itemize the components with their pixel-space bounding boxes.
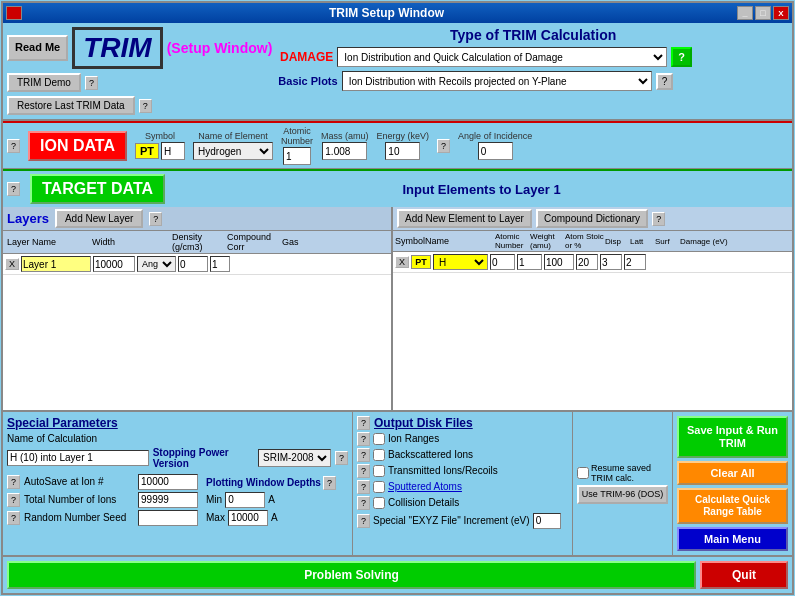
- compound-dict-help-btn[interactable]: ?: [652, 212, 665, 226]
- angle-input[interactable]: [478, 142, 513, 160]
- srim-version-select[interactable]: SRIM-2008: [258, 449, 331, 467]
- trim-demo-button[interactable]: TRIM Demo: [7, 73, 81, 92]
- name-of-calc-input[interactable]: [7, 450, 149, 466]
- plotting-help-btn[interactable]: ?: [323, 476, 336, 490]
- backscattered-help-btn[interactable]: ?: [357, 448, 370, 462]
- elem-surf-input[interactable]: [624, 254, 646, 270]
- minimize-btn[interactable]: _: [737, 6, 753, 20]
- col-width: Width: [92, 237, 172, 247]
- target-data-help-btn[interactable]: ?: [7, 182, 20, 196]
- ion-ranges-help-btn[interactable]: ?: [357, 432, 370, 446]
- close-btn[interactable]: X: [773, 6, 789, 20]
- elem-disp-input[interactable]: [576, 254, 598, 270]
- element-pt-badge: PT: [135, 143, 159, 159]
- trim-demo-help-btn[interactable]: ?: [85, 76, 98, 90]
- element-name-dropdown[interactable]: Hydrogen: [193, 142, 273, 160]
- exyz-input[interactable]: [533, 513, 561, 529]
- quit-button[interactable]: Quit: [700, 561, 788, 589]
- ion-ranges-checkbox[interactable]: [373, 433, 385, 445]
- autosave-input[interactable]: [138, 474, 198, 490]
- maximize-btn[interactable]: □: [755, 6, 771, 20]
- srim-help-btn[interactable]: ?: [335, 451, 348, 465]
- elem-atomic-input[interactable]: [490, 254, 515, 270]
- damage-dropdown[interactable]: Ion Distribution and Quick Calculation o…: [337, 47, 667, 67]
- collision-checkbox[interactable]: [373, 497, 385, 509]
- exyz-help-btn[interactable]: ?: [357, 514, 370, 528]
- use-trim96-button[interactable]: Use TRIM-96 (DOS): [577, 485, 668, 504]
- elem-symbol-dropdown[interactable]: H: [433, 254, 488, 270]
- element-remove-btn[interactable]: X: [395, 256, 409, 268]
- total-ions-label: Total Number of Ions: [24, 494, 134, 505]
- elem-col-symbol: Symbol: [395, 236, 425, 246]
- random-seed-label: Random Number Seed: [24, 512, 134, 523]
- window-icon: [6, 6, 22, 20]
- resume-checkbox[interactable]: [577, 467, 589, 479]
- element-symbol-input[interactable]: [161, 142, 185, 160]
- ion-data-section: ? ION DATA Symbol PT Name of Element Hyd…: [3, 123, 792, 169]
- compound-dictionary-button[interactable]: Compound Dictionary: [536, 209, 648, 228]
- bottom-section: Special Parameters Name of Calculation S…: [3, 410, 792, 555]
- plot-min-input[interactable]: [225, 492, 265, 508]
- layer-width-input[interactable]: [93, 256, 135, 272]
- special-params-title: Special Parameters: [7, 416, 348, 430]
- layer-density-input[interactable]: [178, 256, 208, 272]
- top-section: Read Me TRIM (Setup Window) TRIM Demo ? …: [3, 23, 792, 121]
- random-seed-input[interactable]: [138, 510, 198, 526]
- elem-latt-input[interactable]: [600, 254, 622, 270]
- restore-last-button[interactable]: Restore Last TRIM Data: [7, 96, 135, 115]
- autosave-label: AutoSave at Ion #: [24, 476, 134, 487]
- bottom-bar: Problem Solving Quit: [3, 555, 792, 593]
- total-ions-input[interactable]: [138, 492, 198, 508]
- elements-toolbar: Add New Element to Layer Compound Dictio…: [393, 207, 792, 231]
- mass-input[interactable]: [322, 142, 367, 160]
- backscattered-label: Backscattered Ions: [388, 449, 473, 460]
- title-bar: TRIM Setup Window _ □ X: [3, 3, 792, 23]
- restore-help-btn[interactable]: ?: [139, 99, 152, 113]
- energy-input[interactable]: [385, 142, 420, 160]
- sputtered-help-btn[interactable]: ?: [357, 480, 370, 494]
- transmitted-help-btn[interactable]: ?: [357, 464, 370, 478]
- elem-weight-input[interactable]: [517, 254, 542, 270]
- transmitted-checkbox[interactable]: [373, 465, 385, 477]
- angle-col-label: Angle of Incidence: [458, 131, 532, 141]
- output-help-btn[interactable]: ?: [357, 416, 370, 430]
- add-new-element-button[interactable]: Add New Element to Layer: [397, 209, 532, 228]
- sputtered-label[interactable]: Sputtered Atoms: [388, 481, 462, 492]
- setup-window-label: (Setup Window): [167, 40, 273, 56]
- layers-toolbar: Layers Add New Layer ?: [3, 207, 391, 231]
- random-seed-help-btn[interactable]: ?: [7, 511, 20, 525]
- main-menu-button[interactable]: Main Menu: [677, 527, 788, 551]
- read-me-button[interactable]: Read Me: [7, 35, 68, 60]
- layer-compound-input[interactable]: [210, 256, 230, 272]
- ion-data-help-btn[interactable]: ?: [7, 139, 20, 153]
- collision-help-btn[interactable]: ?: [357, 496, 370, 510]
- trim-logo: TRIM: [72, 27, 162, 69]
- add-layer-help-btn[interactable]: ?: [149, 212, 162, 226]
- col-layer-name: Layer Name: [7, 237, 92, 247]
- ion-data-badge: ION DATA: [28, 131, 127, 161]
- damage-label: DAMAGE: [278, 50, 333, 64]
- target-data-header: ? TARGET DATA Input Elements to Layer 1: [3, 171, 792, 207]
- energy-help-btn[interactable]: ?: [437, 139, 450, 153]
- backscattered-checkbox[interactable]: [373, 449, 385, 461]
- basic-plots-help-btn[interactable]: ?: [656, 73, 674, 90]
- add-new-layer-button[interactable]: Add New Layer: [55, 209, 143, 228]
- total-ions-help-btn[interactable]: ?: [7, 493, 20, 507]
- calc-range-button[interactable]: Calculate Quick Range Table: [677, 488, 788, 524]
- basic-plots-dropdown[interactable]: Ion Distribution with Recoils projected …: [342, 71, 652, 91]
- autosave-help-btn[interactable]: ?: [7, 475, 20, 489]
- problem-solving-button[interactable]: Problem Solving: [7, 561, 696, 589]
- layers-table: X Ang nm um: [3, 254, 391, 410]
- name-of-element-label: Name of Element: [198, 131, 268, 141]
- layer-name-input[interactable]: [21, 256, 91, 272]
- save-run-button[interactable]: Save Input & Run TRIM: [677, 416, 788, 458]
- layer-unit-select[interactable]: Ang nm um: [137, 256, 176, 272]
- special-params: Special Parameters Name of Calculation S…: [3, 412, 352, 555]
- damage-help-btn[interactable]: ?: [671, 47, 692, 67]
- plot-max-input[interactable]: [228, 510, 268, 526]
- layer-remove-btn[interactable]: X: [5, 258, 19, 270]
- atomic-number-input[interactable]: [283, 147, 311, 165]
- clear-all-button[interactable]: Clear All: [677, 461, 788, 485]
- elem-stoic-input[interactable]: [544, 254, 574, 270]
- sputtered-checkbox[interactable]: [373, 481, 385, 493]
